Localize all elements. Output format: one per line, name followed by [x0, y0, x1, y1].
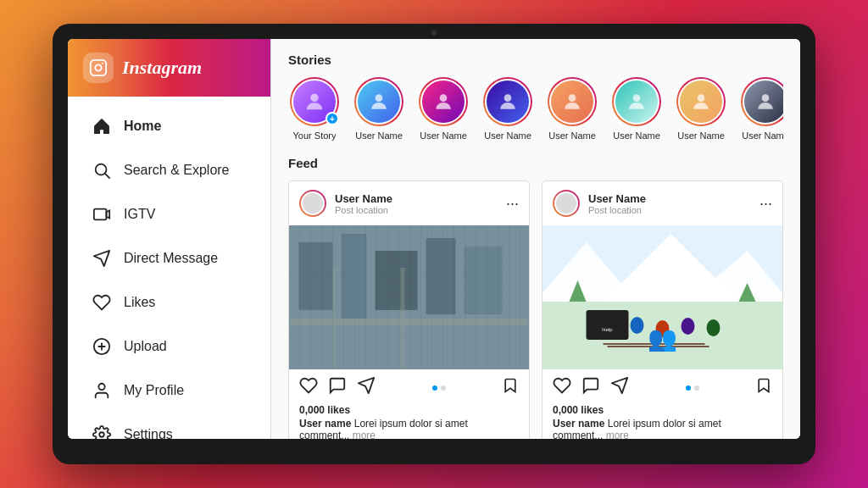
- app-window: Instagram Home: [68, 39, 800, 439]
- svg-point-18: [698, 94, 705, 102]
- sidebar-item-profile[interactable]: My Profile: [75, 369, 264, 412]
- sidebar-item-settings[interactable]: Settings: [75, 413, 264, 439]
- svg-rect-26: [426, 238, 456, 314]
- story-user-3[interactable]: User Name: [481, 77, 534, 141]
- sidebar-item-search[interactable]: Search & Explore: [75, 149, 264, 191]
- camera-dot: [431, 30, 437, 36]
- feed-post-1-caption-more[interactable]: more: [353, 430, 376, 439]
- profile-icon: [92, 380, 112, 401]
- story-label-6: User Name: [677, 130, 725, 141]
- svg-marker-49: [612, 378, 627, 393]
- feed-post-2-dot-2: [694, 385, 699, 391]
- story-user-4[interactable]: User Name: [546, 77, 598, 141]
- svg-point-44: [707, 319, 721, 336]
- feed-post-2-bookmark-button[interactable]: [755, 377, 772, 398]
- story-ring-1: [354, 77, 403, 126]
- svg-rect-0: [91, 60, 106, 75]
- sidebar-item-upload[interactable]: Upload: [75, 325, 264, 368]
- story-user-2[interactable]: User Name: [417, 77, 470, 141]
- svg-point-2: [102, 63, 103, 64]
- feed-post-2-comment-button[interactable]: [581, 376, 600, 399]
- svg-rect-39: [542, 302, 782, 369]
- story-ring-4: [548, 77, 597, 126]
- story-label-4: User Name: [548, 130, 596, 141]
- svg-rect-28: [291, 319, 528, 325]
- svg-rect-5: [94, 209, 107, 220]
- feed-post-1-comment-button[interactable]: [328, 376, 347, 399]
- feed-grid: User Name Post location ···: [288, 180, 783, 439]
- story-ring-5: [612, 77, 661, 126]
- story-your-story[interactable]: + Your Story: [288, 77, 341, 141]
- feed-post-1-actions-left: [299, 376, 376, 399]
- sidebar-item-dm[interactable]: Direct Message: [75, 237, 264, 280]
- feed-post-2-caption: User name Lorei ipsum dolor si amet comm…: [542, 418, 782, 439]
- laptop-frame: Instagram Home: [53, 24, 815, 464]
- sidebar-item-home-label: Home: [124, 119, 161, 134]
- sidebar-item-home[interactable]: Home: [75, 105, 264, 147]
- stories-section-title: Stories: [288, 53, 783, 67]
- svg-point-1: [95, 64, 101, 70]
- story-avatar-6: [678, 79, 724, 125]
- sidebar-item-igtv[interactable]: IGTV: [75, 193, 264, 236]
- story-label-7: User Name: [742, 130, 783, 141]
- sidebar-item-likes[interactable]: Likes: [75, 281, 264, 324]
- feed-post-1-share-button[interactable]: [357, 376, 376, 399]
- feed-post-1-caption-user: User name: [299, 418, 351, 430]
- feed-post-1-bookmark-button[interactable]: [502, 377, 519, 398]
- feed-post-2-avatar: [554, 191, 578, 215]
- feed-post-2-actions-left: [553, 376, 629, 399]
- sidebar-header: Instagram: [68, 39, 270, 97]
- feed-post-2-share-button[interactable]: [610, 376, 629, 399]
- feed-post-1-more-button[interactable]: ···: [506, 195, 519, 213]
- feed-post-2-location: Post location: [588, 205, 646, 215]
- svg-point-42: [656, 320, 670, 337]
- story-avatar-5: [614, 79, 659, 125]
- story-user-5[interactable]: User Name: [610, 77, 663, 141]
- feed-post-2-ski-photo: Help: [542, 225, 782, 369]
- home-icon: [92, 116, 112, 136]
- story-user-7[interactable]: User Name: [739, 77, 783, 141]
- feed-post-2-user-info: User Name Post location: [553, 190, 646, 217]
- feed-post-1-actions: [289, 369, 529, 402]
- story-avatar-7: [743, 79, 783, 125]
- feed-post-2-like-button[interactable]: [553, 376, 571, 399]
- story-avatar-1: [356, 79, 402, 125]
- svg-point-17: [633, 94, 641, 102]
- feed-post-1-aerial-photo: [289, 225, 529, 369]
- sidebar-nav: Home Search & Explore: [68, 97, 270, 439]
- search-icon: [92, 160, 112, 180]
- likes-icon: [92, 292, 112, 313]
- feed-post-1-dots: [432, 385, 446, 391]
- feed-post-2-caption-more[interactable]: more: [606, 430, 629, 439]
- svg-text:Help: Help: [602, 327, 613, 332]
- story-avatar-4: [549, 79, 595, 125]
- sidebar-item-likes-label: Likes: [124, 295, 155, 310]
- igtv-icon: [92, 204, 112, 225]
- feed-post-1-dot-1: [432, 385, 437, 391]
- story-label-1: User Name: [355, 130, 403, 141]
- svg-point-11: [99, 432, 104, 437]
- svg-point-19: [762, 94, 770, 102]
- svg-point-16: [569, 94, 576, 102]
- svg-point-43: [682, 318, 695, 335]
- svg-line-4: [105, 174, 109, 178]
- story-user-6[interactable]: User Name: [675, 77, 727, 141]
- story-ring-6: [676, 77, 726, 126]
- feed-post-2-username: User Name: [588, 192, 646, 205]
- sidebar-item-settings-label: Settings: [124, 427, 173, 439]
- feed-post-2-caption-user: User name: [553, 418, 604, 430]
- feed-post-1-likes: 0,000 likes: [289, 402, 529, 418]
- feed-post-1-like-button[interactable]: [299, 376, 318, 399]
- svg-point-14: [440, 94, 448, 102]
- feed-post-2-avatar-ring: [553, 190, 580, 217]
- main-content: Stories + Your Story: [271, 39, 800, 439]
- feed-post-2-more-button[interactable]: ···: [760, 195, 772, 213]
- sidebar-item-dm-label: Direct Message: [124, 251, 218, 266]
- svg-point-13: [376, 94, 383, 102]
- story-user-1[interactable]: User Name: [353, 77, 405, 141]
- svg-rect-29: [401, 268, 405, 369]
- feed-post-1-avatar: [301, 191, 325, 215]
- svg-rect-45: [587, 310, 629, 340]
- story-avatar-3: [485, 79, 531, 125]
- feed-post-2-user-text: User Name Post location: [588, 192, 646, 215]
